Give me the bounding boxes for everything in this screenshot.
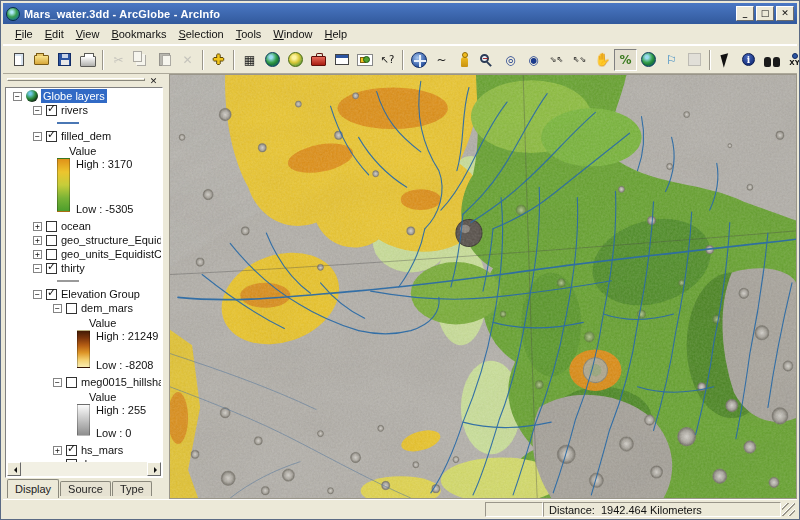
- menu-tools[interactable]: Tools: [230, 26, 268, 42]
- toc-close-button[interactable]: [147, 75, 160, 87]
- expand-minus-box[interactable]: −: [53, 304, 62, 313]
- pan-button[interactable]: ✋: [591, 49, 614, 71]
- scroll-left-button[interactable]: [7, 462, 21, 476]
- layer-label-meg0015-hillshade-t[interactable]: meg0015_hillshade.t: [81, 375, 161, 389]
- expand-minus-box[interactable]: −: [13, 92, 22, 101]
- expand-minus-box[interactable]: −: [53, 378, 62, 387]
- expand-plus-box[interactable]: +: [33, 222, 42, 231]
- layer-label-ocean[interactable]: ocean: [61, 219, 91, 233]
- print-button[interactable]: [76, 49, 99, 71]
- expand-minus-box[interactable]: −: [33, 290, 42, 299]
- window-maximize-button[interactable]: □: [756, 6, 774, 21]
- color-ramp: [57, 158, 70, 212]
- command-line-button[interactable]: [330, 49, 353, 71]
- identify-button[interactable]: [737, 49, 760, 71]
- checkbox-rivers[interactable]: [46, 105, 57, 116]
- paste-icon: [159, 53, 170, 66]
- add-data-button[interactable]: ✚: [207, 49, 230, 71]
- checkbox-filled-dem[interactable]: [46, 131, 57, 142]
- legend-high-label: High : 255: [96, 404, 146, 417]
- scroll-right-button[interactable]: [147, 462, 161, 476]
- layer-label-geo-structure-equidistc[interactable]: geo_structure_EquidistC: [61, 233, 161, 247]
- zoom-to-target-button[interactable]: ◉: [522, 49, 545, 71]
- layer-label-hs-mars[interactable]: hs_mars: [81, 443, 123, 457]
- kite-icon: ⚐: [666, 54, 677, 66]
- printer-icon: [80, 56, 96, 67]
- layer-label-thirty[interactable]: thirty: [61, 261, 85, 275]
- title-bar[interactable]: Mars_water.3dd - ArcGlobe - ArcInfo _□✕: [3, 3, 797, 24]
- tree-row-dem-mars: −dem_mars: [7, 301, 161, 315]
- tab-source[interactable]: Source: [60, 481, 111, 496]
- arctoolbox-button[interactable]: [307, 49, 330, 71]
- scrollbar-track[interactable]: [21, 462, 147, 476]
- navigate-button[interactable]: [407, 49, 430, 71]
- legend-high-label: High : 3170: [76, 158, 133, 171]
- menu-help[interactable]: Help: [319, 26, 354, 42]
- tab-display[interactable]: Display: [7, 479, 59, 498]
- expand-minus-box[interactable]: −: [33, 106, 42, 115]
- target-zoom-icon: ◉: [528, 54, 538, 66]
- checkbox-geo-units-equidistcyl[interactable]: [46, 249, 57, 260]
- walk-person-icon: [461, 57, 468, 67]
- checkbox-hs-mars[interactable]: [66, 445, 77, 456]
- go-to-xy-button[interactable]: XY: [783, 49, 800, 71]
- menu-view[interactable]: View: [70, 26, 106, 42]
- navigation-mode-button[interactable]: %: [614, 49, 637, 71]
- expand-minus-box[interactable]: −: [33, 264, 42, 273]
- tree-row-hs-mars: +hs_mars: [7, 443, 161, 457]
- map-viewport[interactable]: [169, 74, 797, 499]
- unavailable-tool-button: [683, 49, 706, 71]
- expand-plus-box[interactable]: +: [33, 236, 42, 245]
- expand-plus-box[interactable]: +: [53, 446, 62, 455]
- modelbuilder-button[interactable]: [353, 49, 376, 71]
- expand-plus-box[interactable]: +: [33, 250, 42, 259]
- open-folder-icon: [34, 55, 49, 65]
- tab-type[interactable]: Type: [112, 481, 152, 496]
- checkbox-geo-structure-equidistc[interactable]: [46, 235, 57, 246]
- spin-globe-button[interactable]: [637, 49, 660, 71]
- whats-this-help-button[interactable]: ↖?: [376, 49, 399, 71]
- save-button[interactable]: [53, 49, 76, 71]
- layer-label-rivers[interactable]: rivers: [61, 103, 88, 117]
- window-close-button[interactable]: ✕: [776, 6, 794, 21]
- launch-arcscene-button[interactable]: [284, 49, 307, 71]
- checkbox-thirty[interactable]: [46, 263, 57, 274]
- checkbox-ocean[interactable]: [46, 221, 57, 232]
- orient-north-button[interactable]: ⚐: [660, 49, 683, 71]
- menu-file[interactable]: File: [9, 26, 39, 42]
- menu-selection[interactable]: Selection: [172, 26, 229, 42]
- window-minimize-button[interactable]: _: [736, 6, 754, 21]
- resize-grip[interactable]: [782, 503, 795, 516]
- center-view-button[interactable]: ◎: [499, 49, 522, 71]
- checkbox-meg0015-hillshade-t[interactable]: [66, 377, 77, 388]
- layer-label-globe-layers[interactable]: Globe layers: [41, 89, 107, 103]
- full-extent-button[interactable]: ⇖⇘: [568, 49, 591, 71]
- legend-ramp-row: High : 255Low : 0: [77, 404, 161, 440]
- menu-edit[interactable]: Edit: [39, 26, 70, 42]
- checkbox-dem-mars[interactable]: [66, 303, 77, 314]
- walk-button[interactable]: [453, 49, 476, 71]
- find-button[interactable]: [760, 49, 783, 71]
- checkbox-elevation-group[interactable]: [46, 289, 57, 300]
- zoom-out-center-button[interactable]: [476, 49, 499, 71]
- legend-ramp-row: High : 21249Low : -8208: [77, 330, 161, 372]
- color-ramp: [77, 330, 90, 368]
- toc-grabber[interactable]: [5, 74, 163, 87]
- open-button[interactable]: [30, 49, 53, 71]
- fly-button[interactable]: ~: [430, 49, 453, 71]
- launch-arcmap-button[interactable]: [261, 49, 284, 71]
- fixed-zoom-in-button[interactable]: ⇘⇖: [545, 49, 568, 71]
- layer-label-geo-units-equidistcyl[interactable]: geo_units_EquidistCyl: [61, 247, 161, 261]
- toc-window-button[interactable]: ▦: [238, 49, 261, 71]
- main-toolbar: ✂✕✚▦↖?~◎◉⇘⇖⇖⇘✋%⚐XYϟ❐: [3, 45, 797, 74]
- layer-label-dem-mars[interactable]: dem_mars: [81, 301, 133, 315]
- menu-window[interactable]: Window: [267, 26, 318, 42]
- select-features-button[interactable]: [714, 49, 737, 71]
- menu-bookmarks[interactable]: Bookmarks: [105, 26, 172, 42]
- new-document-button[interactable]: [7, 49, 30, 71]
- layer-label-filled-dem[interactable]: filled_dem: [61, 129, 111, 143]
- toc-horizontal-scrollbar[interactable]: [7, 462, 161, 476]
- expand-minus-box[interactable]: −: [33, 132, 42, 141]
- layer-label-elevation-group[interactable]: Elevation Group: [61, 287, 140, 301]
- legend-labels: High : 21249Low : -8208: [96, 330, 158, 372]
